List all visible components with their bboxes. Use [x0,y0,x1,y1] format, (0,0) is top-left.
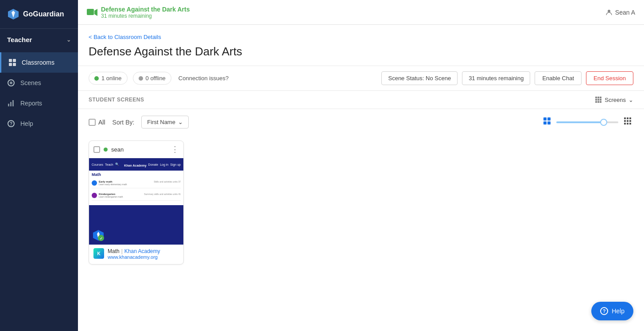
scenes-icon [7,79,15,87]
svg-text:?: ? [10,121,12,126]
online-dot [94,76,99,81]
sort-dropdown[interactable]: First Name ⌄ [141,116,189,129]
svg-rect-37 [629,123,631,125]
svg-rect-9 [10,102,12,106]
help-button[interactable]: ? Help [591,302,633,320]
time-remaining-badge: 31 minutes remaining [462,71,530,85]
sidebar-item-reports[interactable]: Reports [0,93,78,113]
sidebar-logo-text: GoGuardian [23,10,64,18]
svg-point-7 [10,82,12,84]
offline-count: 0 offline [146,75,166,82]
svg-rect-2 [9,59,12,62]
svg-rect-18 [600,97,601,98]
svg-text:✓: ✓ [100,237,103,241]
size-slider[interactable] [556,121,618,123]
sidebar-teacher-label: Teacher [7,36,32,43]
screens-dropdown[interactable]: Screens ⌄ [595,96,633,103]
sidebar-nav: Classrooms Scenes Reports [0,51,78,331]
svg-rect-32 [624,120,626,122]
khan-row-sub-0: Learn early elementary math [99,183,152,186]
grid-dots-icon [595,96,602,103]
select-all-checkbox[interactable] [89,119,96,126]
student-cards-area: sean ⋮ Courses Teach 🔍 Khan Academy Dona [78,135,644,270]
back-link[interactable]: < Back to Classroom Details [89,34,633,40]
classrooms-icon [8,58,16,66]
card-checkbox[interactable] [93,146,100,153]
sidebar-teacher-menu[interactable]: Teacher ⌄ [0,29,78,51]
topbar-session-subtitle: 31 minutes remaining [101,13,190,19]
topbar-session-title: Defense Against the Dark Arts [101,6,190,13]
svg-rect-27 [543,121,547,125]
svg-rect-24 [600,101,601,103]
sort-by-label: Sort By: [113,119,135,126]
page-header: < Back to Classroom Details Defense Agai… [78,25,644,66]
svg-rect-10 [12,100,14,106]
select-all-checkbox-label[interactable]: All [89,119,105,126]
svg-rect-31 [629,117,631,119]
site-url[interactable]: www.khanacademy.org [108,254,179,260]
student-screens-label: STUDENT SCREENS [89,97,144,103]
status-bar: 1 online 0 offline Connection issues? Sc… [78,66,644,91]
site-title-row: Math | Khan Academy [108,248,179,254]
chevron-down-icon: ⌄ [66,37,71,43]
svg-rect-26 [547,117,551,121]
filter-bar-right [541,115,633,129]
khan-logo-area: Khan Academy [124,160,146,168]
end-session-button[interactable]: End Session [586,71,633,85]
topbar-session-info: Defense Against the Dark Arts 31 minutes… [101,6,190,19]
svg-rect-34 [629,120,631,122]
sort-by-value: First Name [147,119,175,125]
offline-status-pill: 0 offline [133,72,171,85]
card-header-left: sean [93,146,124,153]
khan-row-content-1: Kindergarten Learn kindergarten math [99,193,142,199]
svg-rect-33 [627,120,628,122]
view-large-grid-button[interactable] [622,115,633,129]
khan-donate: Donate [148,163,159,166]
sort-chevron-icon: ⌄ [178,119,183,125]
reports-icon [7,99,15,107]
svg-rect-20 [597,99,599,101]
svg-rect-36 [627,123,628,125]
online-count: 1 online [101,75,122,82]
site-title-separator: | [121,248,123,254]
sidebar-item-classrooms[interactable]: Classrooms [0,52,78,73]
site-title-name: Math [108,248,120,254]
topbar: Defense Against the Dark Arts 31 minutes… [78,0,644,25]
khan-search-icon: 🔍 [115,163,119,166]
svg-rect-29 [624,117,626,119]
svg-rect-4 [9,63,12,66]
khan-row-icon-0 [92,180,97,186]
svg-rect-23 [597,101,599,103]
khan-row-meta-1: Summary skills and activities units 41 [144,193,181,195]
card-screenshot[interactable]: Courses Teach 🔍 Khan Academy Donate Log … [89,158,183,245]
svg-point-15 [608,10,610,12]
khan-signup: Sign up [170,163,181,166]
card-menu-icon[interactable]: ⋮ [171,144,179,154]
khan-nav-courses: Courses [92,163,103,166]
student-card[interactable]: sean ⋮ Courses Teach 🔍 Khan Academy Dona [89,140,184,265]
screens-chevron-icon: ⌄ [628,97,633,103]
sidebar-item-help[interactable]: ? Help [0,113,78,134]
sidebar-item-scenes[interactable]: Scenes [0,73,78,93]
connection-issues-link[interactable]: Connection issues? [178,75,229,82]
site-title-brand: Khan Academy [124,248,160,254]
svg-rect-30 [627,117,628,119]
page-content: < Back to Classroom Details Defense Agai… [78,25,644,331]
khan-header: Courses Teach 🔍 Khan Academy Donate Log … [89,158,183,171]
khan-subject-title: Math [92,172,181,177]
goguardian-logo-icon [7,8,19,20]
khan-row-meta-0: Skills and activities units 37 [154,180,181,183]
screens-label: Screens [605,97,626,103]
topbar-user-name: Sean A [615,9,635,16]
view-small-grid-button[interactable] [541,115,553,129]
site-favicon: K [93,248,104,259]
khan-nav-teach: Teach [105,163,113,166]
khan-row-content-0: Early math Learn early elementary math [99,180,152,186]
svg-rect-13 [87,9,94,15]
svg-rect-5 [13,63,16,66]
card-site-info: K Math | Khan Academy www.khanacademy.or… [89,245,183,264]
khan-row-0: Early math Learn early elementary math S… [92,179,181,188]
all-label: All [98,119,105,126]
enable-chat-button[interactable]: Enable Chat [535,71,582,85]
svg-rect-19 [595,99,597,101]
